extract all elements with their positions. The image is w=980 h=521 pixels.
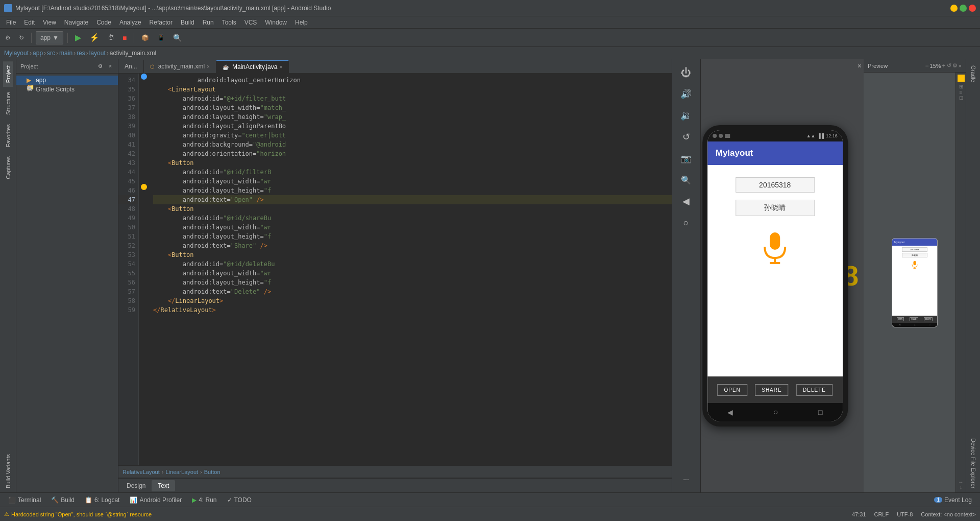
menu-view[interactable]: View <box>39 18 60 27</box>
phone-status-right: ▲▲ ▐▐ 12:16 <box>806 133 838 138</box>
phone-home-nav[interactable]: ○ <box>773 408 778 417</box>
preview-close-btn[interactable]: × <box>959 63 962 69</box>
emu-back-btn[interactable]: ◀ <box>677 192 695 210</box>
minimize-button[interactable] <box>950 5 958 12</box>
tree-item-app[interactable]: ▶ 📁 app <box>16 76 118 85</box>
line-num-46: 46 <box>118 186 138 195</box>
device-panel-close[interactable]: × <box>857 61 862 70</box>
phone-btn-delete[interactable]: DELETE <box>796 384 832 396</box>
logcat-btn[interactable]: 📋 6: Logcat <box>81 495 124 505</box>
build-btn[interactable]: 🔨 Build <box>47 495 79 505</box>
code-text-area[interactable]: android:layout_centerHorizon <LinearLayo… <box>149 74 672 465</box>
menu-bar: File Edit View Navigate Code Analyze Ref… <box>0 16 980 29</box>
debug-button[interactable]: ⚡ <box>86 31 103 45</box>
toolbar-sync-btn[interactable]: ↻ <box>16 31 27 45</box>
emu-zoom-btn[interactable]: 🔍 <box>677 171 695 189</box>
breadcrumb-res[interactable]: res <box>77 50 85 57</box>
palette-expand-btn[interactable]: ↕ <box>960 485 962 490</box>
code-editor[interactable]: 34 35 36 37 38 39 40 41 42 43 44 45 46 4… <box>118 74 672 465</box>
run-button[interactable]: ▶ <box>72 31 84 45</box>
stop-button[interactable]: ■ <box>119 31 130 45</box>
event-log-btn[interactable]: 1 Event Log <box>930 495 976 505</box>
menu-run[interactable]: Run <box>199 18 218 27</box>
bottom-breadcrumb-sep2: › <box>200 469 202 475</box>
emu-rotate-btn[interactable]: ↺ <box>677 128 695 146</box>
breadcrumb-layout[interactable]: layout <box>89 50 106 57</box>
menu-vcs[interactable]: VCS <box>240 18 261 27</box>
palette-fit-btn[interactable]: ↔ <box>959 479 964 485</box>
breadcrumb-sep-1: › <box>30 50 32 57</box>
right-tab-gradle[interactable]: Gradle <box>969 61 977 86</box>
emu-power-btn[interactable]: ⏻ <box>677 63 695 82</box>
emu-more-btn[interactable]: ··· <box>677 470 695 488</box>
menu-help[interactable]: Help <box>291 18 312 27</box>
phone-btn-open[interactable]: OPEN <box>717 384 747 396</box>
zoom-reset-btn[interactable]: ↺ <box>947 62 951 69</box>
preview-settings-btn[interactable]: ⚙ <box>952 62 958 69</box>
terminal-btn[interactable]: ⬛ Terminal <box>4 495 45 505</box>
line-num-59: 59 <box>118 305 138 315</box>
sdk-manager-btn[interactable]: 📦 <box>138 31 152 45</box>
menu-file[interactable]: File <box>2 18 20 27</box>
zoom-in-btn[interactable]: + <box>942 62 946 69</box>
editor-tab-an[interactable]: An... <box>118 60 144 73</box>
editor-tab-main-java[interactable]: ☕ MainActivity.java × <box>216 60 289 73</box>
run-strip-btn[interactable]: ▶ 4: Run <box>188 495 220 505</box>
phone-back-nav[interactable]: ◀ <box>727 408 733 416</box>
breakpoint-34[interactable] <box>141 74 147 80</box>
menu-tools[interactable]: Tools <box>218 18 240 27</box>
breadcrumb-main[interactable]: main <box>59 50 72 57</box>
tab-text[interactable]: Text <box>152 480 175 491</box>
maximize-button[interactable] <box>960 5 967 12</box>
code-line-35: <LinearLayout <box>153 85 672 94</box>
emu-screenshot-btn[interactable]: 📷 <box>677 149 695 168</box>
breadcrumb-app[interactable]: app <box>33 50 43 57</box>
breadcrumb-src[interactable]: src <box>47 50 55 57</box>
bottom-breadcrumb-linear[interactable]: LinearLayout <box>165 469 198 475</box>
tab-close-xml[interactable]: × <box>207 64 210 69</box>
menu-build[interactable]: Build <box>177 18 199 27</box>
emu-volume-down-btn[interactable]: 🔉 <box>677 106 695 125</box>
tab-close-java[interactable]: × <box>279 64 282 70</box>
search-everywhere-btn[interactable]: 🔍 <box>170 31 185 45</box>
sidebar-tab-build-variants[interactable]: Build Variants <box>3 450 13 492</box>
sidebar-tab-favorites[interactable]: Favorites <box>3 120 13 151</box>
menu-window[interactable]: Window <box>261 18 291 27</box>
bottom-breadcrumb-relative[interactable]: RelativeLayout <box>122 469 160 475</box>
project-settings-btn[interactable]: ⚙ <box>96 61 105 72</box>
project-close-btn[interactable]: × <box>107 61 114 72</box>
close-button[interactable] <box>969 5 976 12</box>
window-controls[interactable] <box>950 5 976 12</box>
sidebar-tab-structure[interactable]: Structure <box>3 88 13 119</box>
profile-button[interactable]: ⏱ <box>105 31 117 45</box>
sidebar-tab-captures[interactable]: Captures <box>3 152 13 183</box>
profiler-btn[interactable]: 📊 Android Profiler <box>126 495 186 505</box>
avd-manager-btn[interactable]: 📱 <box>154 31 168 45</box>
project-selector-dropdown[interactable]: app ▼ <box>36 31 63 44</box>
tree-item-gradle[interactable]: 🐘 Gradle Scripts <box>16 85 118 94</box>
todo-btn[interactable]: ✓ TODO <box>223 495 256 505</box>
menu-analyze[interactable]: Analyze <box>115 18 145 27</box>
right-tab-device-explorer[interactable]: Device File Explorer <box>969 434 977 492</box>
palette-list-btn[interactable]: ≡ <box>960 89 963 95</box>
menu-edit[interactable]: Edit <box>20 18 39 27</box>
menu-navigate[interactable]: Navigate <box>60 18 92 27</box>
zoom-out-btn[interactable]: − <box>925 62 929 69</box>
code-line-59: </RelativeLayout> <box>153 305 672 315</box>
breadcrumb-mylayout[interactable]: Mylayout <box>4 50 29 57</box>
preview-mini-back: ◀ <box>899 323 900 326</box>
editor-tab-activity-xml[interactable]: ⬡ activity_main.xml × <box>144 60 216 73</box>
breadcrumb-file[interactable]: activity_main.xml <box>110 50 156 57</box>
phone-square-nav[interactable]: □ <box>818 408 822 416</box>
emu-home-btn[interactable]: ○ <box>677 214 695 232</box>
tab-design[interactable]: Design <box>120 480 152 491</box>
sidebar-tab-project[interactable]: Project <box>3 61 13 87</box>
palette-grid-btn[interactable]: ⊞ <box>959 84 963 89</box>
toolbar-settings-btn[interactable]: ⚙ <box>2 31 14 45</box>
phone-btn-share[interactable]: SHARE <box>755 384 788 396</box>
menu-refactor[interactable]: Refactor <box>145 18 177 27</box>
bottom-breadcrumb-button[interactable]: Button <box>204 469 220 475</box>
emu-volume-up-btn[interactable]: 🔊 <box>677 85 695 103</box>
palette-image-btn[interactable]: ⊡ <box>959 95 963 101</box>
menu-code[interactable]: Code <box>92 18 115 27</box>
